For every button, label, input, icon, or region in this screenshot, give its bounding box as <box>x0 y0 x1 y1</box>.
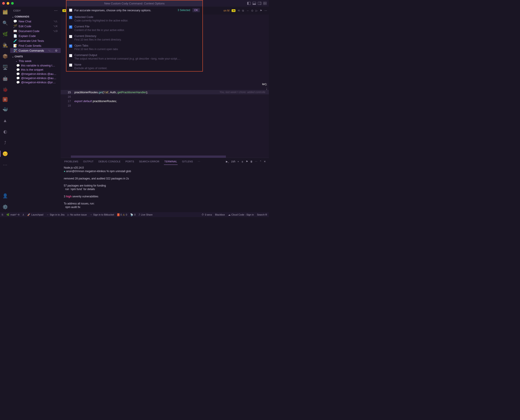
option-current-directory[interactable]: Current DirectoryFirst 10 text files in … <box>67 33 202 43</box>
custom-commands-command[interactable]: 🛠️Custom Commands⌥… ⚙ <box>10 48 61 53</box>
atlassian-icon[interactable]: ▲ <box>1 117 9 124</box>
more-icon[interactable]: ⋯ <box>255 160 257 163</box>
option-checkbox[interactable] <box>69 25 72 29</box>
option-command-output[interactable]: Command OutputThe output returned from a… <box>67 52 202 62</box>
problems-tab[interactable]: PROBLEMS <box>64 158 79 165</box>
package-icon[interactable]: 📦 <box>1 53 9 60</box>
more-tabs-icon[interactable]: ⋯ <box>197 158 201 165</box>
minimize-window-button[interactable] <box>7 2 9 5</box>
explorer-icon[interactable]: 🗂️ <box>1 8 9 15</box>
layout-panel-icon[interactable] <box>253 1 256 5</box>
ports-tab[interactable]: PORTS <box>125 158 134 165</box>
debug-console-tab[interactable]: DEBUG CONSOLE <box>98 158 121 165</box>
circle-icon[interactable]: ◐ <box>1 128 9 135</box>
account-icon[interactable]: 👤 <box>1 192 9 199</box>
detective-icon[interactable]: 🕵️ <box>1 42 9 49</box>
sidebar-more-icon[interactable]: ⋯ <box>54 8 58 13</box>
explain-code-command[interactable]: 📄Explain Code <box>10 33 61 38</box>
search-status[interactable]: Search R <box>257 213 267 216</box>
option-checkbox[interactable] <box>69 64 72 67</box>
settings-gear-icon[interactable]: ⚙️ <box>1 203 9 210</box>
document-code-command[interactable]: 📖Document Code⌥D <box>10 29 61 33</box>
gitlens-tab[interactable]: GITLENS <box>182 158 193 165</box>
more-icon[interactable]: ⋯ <box>264 9 267 12</box>
chat-item[interactable]: 💬@megatron-klinikos @pr… <box>10 80 61 84</box>
chat-item[interactable]: 💬this variable is showing t… <box>10 63 61 68</box>
chat-item[interactable]: 💬@megatron-klinikos @au… <box>10 72 61 76</box>
blackbox-status[interactable]: Blackbox <box>215 213 225 216</box>
play-icon[interactable]: ▷ <box>256 9 258 12</box>
leaf-icon[interactable]: 🌿 <box>1 30 9 38</box>
chat-group-this-week[interactable]: ⌄This week <box>10 59 61 63</box>
option-checkbox[interactable] <box>69 35 72 38</box>
close-icon[interactable]: ✕ <box>264 160 266 163</box>
branch-status[interactable]: 🌿 main* ⟲ <box>7 213 20 216</box>
active-issue[interactable]: ▷ No active issue <box>67 213 87 216</box>
ports-count[interactable]: 📡 0 <box>130 213 135 216</box>
search-error-tab[interactable]: SEARCH ERROR <box>139 158 160 165</box>
cody-icon[interactable]: 😊 <box>1 150 9 157</box>
terminal-output[interactable]: Node.js v20.14.0 ● anon@0XAnon megatron-… <box>61 165 269 212</box>
terminal-shell-icon[interactable]: ▶_ <box>226 160 229 163</box>
maximize-window-button[interactable] <box>11 2 14 5</box>
split-terminal-icon[interactable]: ⫼ <box>241 160 244 163</box>
git-compare-icon[interactable]: ⧉ <box>242 9 244 12</box>
option-checkbox[interactable] <box>69 16 72 19</box>
commands-section-header[interactable]: ⌄ COMMANDS <box>10 15 61 19</box>
option-checkbox[interactable] <box>69 45 72 48</box>
errors-warnings[interactable]: ! 0 ⚠ 0 <box>117 213 127 216</box>
select-all-checkbox[interactable] <box>69 9 72 12</box>
remote-icon[interactable]: ⎘ <box>2 213 3 216</box>
chevron-up-icon[interactable]: ⌃ <box>260 160 261 163</box>
layout-sidebar-right-icon[interactable] <box>258 1 261 5</box>
b-icon[interactable]: B <box>3 97 7 102</box>
chats-section-header[interactable]: ⌄ CHATS <box>10 54 61 59</box>
code-smells-command[interactable]: 📝Find Code Smells <box>10 43 61 48</box>
share-icon[interactable]: ⤴ <box>1 139 9 146</box>
robot-icon[interactable]: 🤖 <box>1 75 9 82</box>
more-icon[interactable]: ⋯ <box>1 161 9 168</box>
close-window-button[interactable] <box>2 2 5 5</box>
option-open-tabs[interactable]: Open TabsFirst 10 text files in current … <box>67 43 202 52</box>
timeline-icon[interactable]: ⊙ <box>251 9 253 12</box>
layout-sidebar-left-icon[interactable] <box>247 1 251 5</box>
bug-icon[interactable]: 🐞 <box>1 86 9 93</box>
code-line-15[interactable]: 15 practitionerRoutes.get('/:id', Auth, … <box>61 90 269 94</box>
cloud-code-signin[interactable]: ☁ Cloud Code - Sign in <box>228 213 254 216</box>
layout-customize-icon[interactable] <box>263 1 267 5</box>
gear-icon[interactable]: ⚙ <box>55 49 58 52</box>
live-share[interactable]: ⤴ Live Share <box>139 213 153 216</box>
docker-icon[interactable]: 🐳 <box>1 106 9 113</box>
code-line-16[interactable]: 16 <box>61 94 269 99</box>
flag-icon[interactable]: ⚑ <box>246 160 248 163</box>
code-line-18[interactable]: 18 <box>61 103 269 108</box>
trash-icon[interactable]: 🗑 <box>250 160 253 163</box>
option-current-file[interactable]: Current FileContent of the text file in … <box>67 23 202 33</box>
output-tab[interactable]: OUTPUT <box>83 158 94 165</box>
bitbucket-signin[interactable]: → Sign in to Bitbucket <box>90 213 114 216</box>
option-checkbox[interactable] <box>69 54 72 57</box>
shell-name[interactable]: zsh <box>231 160 235 163</box>
search-icon[interactable]: 🔍 <box>1 20 9 27</box>
graph-icon[interactable]: ⅄ <box>22 213 24 216</box>
chat-item[interactable]: 💬this is the snippet <box>10 68 61 72</box>
terminal-tab[interactable]: TERMINAL <box>164 158 178 165</box>
new-terminal-icon[interactable]: + <box>238 160 239 163</box>
code-line-17[interactable]: 17 export default practitionerRoutes; <box>61 99 269 103</box>
launchpad-status[interactable]: 🚀 Launchpad <box>27 213 43 216</box>
horizontal-scrollbar[interactable] <box>71 156 226 158</box>
flag-icon[interactable]: ⚑ <box>260 9 262 12</box>
generate-tests-command[interactable]: 🧪Generate Unit Tests <box>10 38 61 43</box>
option-selected-code[interactable]: Selected CodeCode currently highlighted … <box>67 14 202 23</box>
ok-button[interactable]: OK <box>193 8 200 12</box>
time-tracker[interactable]: ⏱ 0 secs <box>201 213 212 216</box>
jira-signin[interactable]: → Sign in to Jira <box>46 213 65 216</box>
edit-code-command[interactable]: 🪄Edit Code⌥K <box>10 24 61 29</box>
chat-item[interactable]: 💬@megatron-klinikos @au… <box>10 76 61 80</box>
option-none[interactable]: NoneExclude all types of context. <box>67 62 202 71</box>
js-lang-icon[interactable]: JS <box>232 9 235 12</box>
sync-icon[interactable]: ⟲ <box>238 9 240 12</box>
arrow-icon[interactable]: → <box>246 9 249 12</box>
monitor-icon[interactable]: 🖥️ <box>1 64 9 71</box>
new-chat-command[interactable]: 💬New Chat⌥L <box>10 19 61 24</box>
